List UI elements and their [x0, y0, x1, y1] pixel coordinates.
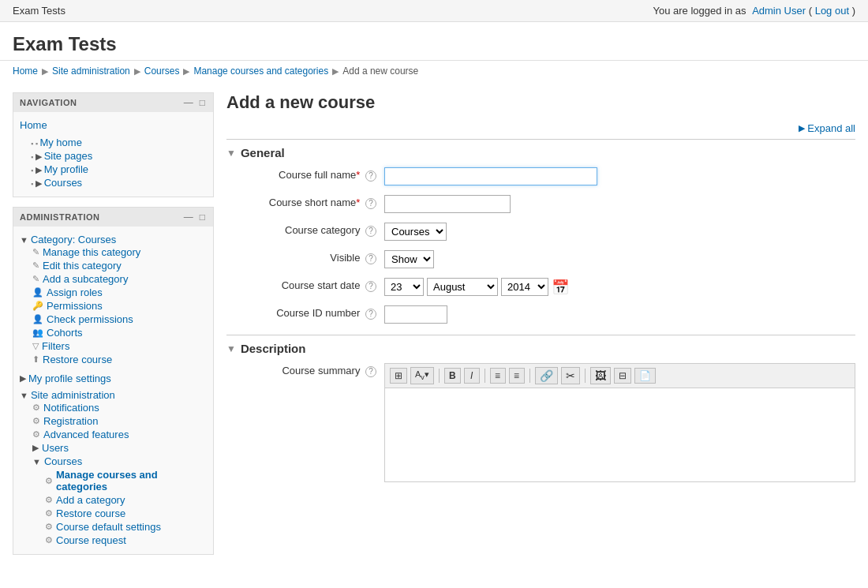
category-collapse-icon[interactable]: ▼: [20, 235, 28, 245]
administration-block-content: ▼ Category: Courses ✎ Manage this catego…: [13, 227, 213, 554]
toolbar-unlink-btn[interactable]: ✂: [561, 367, 580, 384]
admin-restore-course2-link[interactable]: Restore course: [56, 507, 125, 519]
toolbar-table2-btn[interactable]: ⊟: [614, 368, 631, 384]
visible-select[interactable]: Show Hide: [384, 250, 434, 268]
nav-block-dock-btn[interactable]: □: [198, 97, 207, 108]
summary-help-icon[interactable]: ?: [365, 366, 376, 377]
gear-icon-advanced: ⚙: [32, 429, 40, 440]
admin-item-edit-category: ✎ Edit this category: [32, 259, 207, 272]
profile-settings-expand-icon[interactable]: ▶: [20, 373, 26, 384]
idnumber-help-icon[interactable]: ?: [365, 309, 376, 320]
admin-item-manage-courses: ⚙ Manage courses and categories: [45, 468, 207, 493]
course-idnumber-input[interactable]: [384, 305, 447, 324]
gear-icon-add-category: ⚙: [45, 495, 53, 505]
toolbar-italic-btn[interactable]: I: [464, 368, 480, 384]
admin-check-permissions-link[interactable]: Check permissions: [47, 313, 133, 325]
admin-add-subcategory-link[interactable]: Add a subcategory: [43, 273, 128, 285]
shortname-help-icon[interactable]: ?: [365, 198, 376, 209]
admin-category-section: ✎ Manage this category ✎ Edit this categ…: [32, 245, 207, 366]
admin-category-link[interactable]: Category: Courses: [31, 234, 116, 245]
user-info: You are logged in as Admin User ( Log ou…: [653, 5, 855, 17]
breadcrumb-manage-courses[interactable]: Manage courses and categories: [193, 66, 328, 77]
nav-myprofile-link[interactable]: My profile: [44, 163, 88, 175]
admin-add-category-link[interactable]: Add a category: [56, 494, 125, 506]
expand-all-link[interactable]: ▶ Expand all: [799, 122, 855, 134]
fullname-field: [384, 166, 855, 185]
breadcrumb-courses[interactable]: Courses: [144, 66, 180, 77]
visible-field: Show Hide: [384, 249, 855, 268]
site-admin-collapse-icon[interactable]: ▼: [20, 391, 28, 400]
toolbar-table-btn[interactable]: ⊞: [390, 368, 407, 384]
summary-label: Course summary ?: [226, 361, 384, 377]
nav-home-link[interactable]: Home: [20, 119, 47, 131]
admin-block-dock-btn[interactable]: □: [198, 212, 207, 223]
startdate-help-icon[interactable]: ?: [365, 281, 376, 292]
course-summary-editor[interactable]: [384, 388, 855, 482]
toolbar-bold-btn[interactable]: B: [444, 368, 461, 384]
startdate-year-select[interactable]: 2014: [501, 278, 548, 296]
date-parts: 23 August 2014 📅: [384, 278, 855, 296]
startdate-day-select[interactable]: 23: [384, 278, 424, 296]
users-expand-icon[interactable]: ▶: [32, 443, 39, 453]
course-fullname-input[interactable]: [384, 167, 597, 185]
toolbar-sep-2: [485, 369, 485, 383]
shortname-field: [384, 193, 855, 213]
fullname-help-icon[interactable]: ?: [365, 170, 376, 182]
admin-cohorts-link[interactable]: Cohorts: [47, 327, 83, 339]
toolbar-ul-btn[interactable]: ≡: [490, 368, 506, 384]
admin-assign-roles-link[interactable]: Assign roles: [47, 287, 103, 298]
general-toggle-icon[interactable]: ▼: [226, 148, 236, 159]
admin-restore-course-link[interactable]: Restore course: [43, 354, 112, 365]
nav-courses-link[interactable]: Courses: [44, 177, 82, 189]
admin-course-request-link[interactable]: Course request: [56, 534, 126, 546]
admin-item-course-request: ⚙ Course request: [45, 534, 207, 547]
toolbar-fontsize-btn[interactable]: Av▾: [410, 367, 434, 384]
admin-site-admin-link[interactable]: Site administration: [31, 389, 115, 401]
layout: NAVIGATION — □ Home ▪ My home: [0, 83, 868, 574]
admin-filters-link[interactable]: Filters: [42, 340, 69, 352]
form-row-shortname: Course short name* ?: [226, 193, 855, 213]
toolbar-link-btn[interactable]: 🔗: [535, 367, 558, 384]
toolbar-ol-btn[interactable]: ≡: [509, 368, 525, 384]
course-shortname-input[interactable]: [384, 195, 511, 213]
visible-help-icon[interactable]: ?: [365, 253, 376, 264]
toolbar-document-btn[interactable]: 📄: [634, 368, 656, 384]
nav-block-collapse-btn[interactable]: —: [182, 97, 195, 108]
gear-icon-notifications: ⚙: [32, 403, 40, 413]
admin-manage-courses-link[interactable]: Manage courses and categories: [56, 469, 207, 492]
breadcrumb-site-admin[interactable]: Site administration: [52, 66, 130, 77]
visible-label: Visible ?: [226, 249, 384, 264]
courses-section-collapse-icon[interactable]: ▼: [32, 457, 41, 466]
logout-link[interactable]: Log out: [815, 5, 849, 17]
admin-courses-section-link[interactable]: Courses: [44, 455, 82, 467]
navigation-tree: Home ▪ My home ▶Site pages: [20, 118, 207, 190]
navigation-block-title: NAVIGATION: [20, 98, 77, 107]
admin-block-collapse-btn[interactable]: —: [182, 212, 195, 223]
calendar-icon[interactable]: 📅: [552, 279, 569, 296]
admin-item-manage-category: ✎ Manage this category: [32, 245, 207, 259]
toolbar-sep-4: [585, 369, 586, 383]
admin-edit-category-link[interactable]: Edit this category: [43, 260, 122, 272]
admin-users-link[interactable]: Users: [42, 442, 69, 454]
admin-item-filters: ▽ Filters: [32, 339, 207, 353]
nav-sitepages-link[interactable]: Site pages: [44, 150, 92, 162]
admin-item-course-default-settings: ⚙ Course default settings: [45, 520, 207, 534]
admin-registration-link[interactable]: Registration: [43, 415, 98, 427]
description-toggle-icon[interactable]: ▼: [226, 343, 236, 354]
toolbar-image-btn[interactable]: 🖼: [590, 367, 611, 384]
startdate-month-select[interactable]: August: [427, 278, 498, 296]
category-help-icon[interactable]: ?: [365, 226, 376, 237]
course-category-select[interactable]: Courses: [384, 223, 447, 241]
admin-manage-category-link[interactable]: Manage this category: [43, 246, 140, 258]
form-row-startdate: Course start date ? 23 August 2014: [226, 276, 855, 296]
admin-advanced-features-link[interactable]: Advanced features: [43, 429, 129, 440]
admin-course-default-settings-link[interactable]: Course default settings: [56, 521, 161, 533]
admin-user-link[interactable]: Admin User: [752, 5, 806, 17]
admin-item-permissions: 🔑 Permissions: [32, 299, 207, 313]
nav-myhome-link[interactable]: My home: [39, 137, 81, 148]
breadcrumb-home[interactable]: Home: [13, 66, 38, 77]
admin-permissions-link[interactable]: Permissions: [47, 300, 103, 312]
admin-profile-settings-link[interactable]: My profile settings: [28, 373, 111, 384]
admin-notifications-link[interactable]: Notifications: [43, 402, 99, 414]
navigation-block-content: Home ▪ My home ▶Site pages: [13, 112, 213, 197]
